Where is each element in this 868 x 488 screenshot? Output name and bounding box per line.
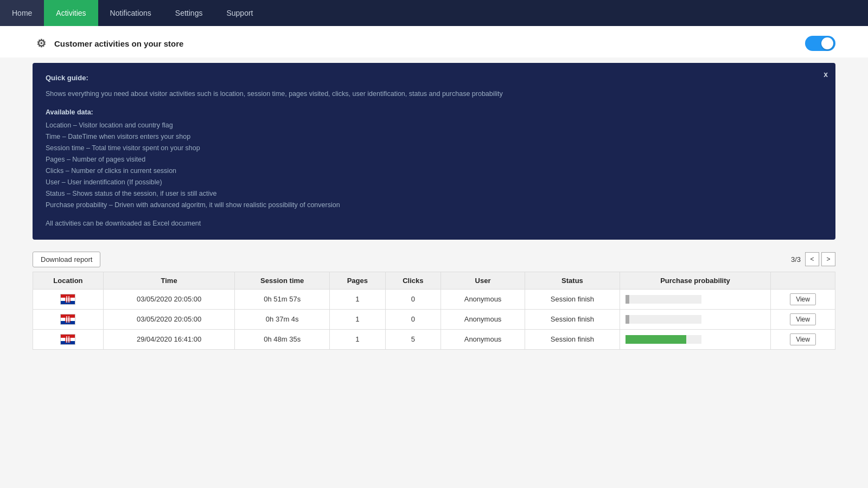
view-button[interactable]: View (790, 293, 816, 305)
table-header: LocationTimeSession timePagesClicksUserS… (33, 272, 835, 289)
quick-guide-box: x Quick guide: Shows everything you need… (33, 63, 835, 240)
nav-item-support[interactable]: Support (214, 0, 265, 26)
time-cell: 29/04/2020 16:41:00 (103, 329, 234, 349)
clicks-cell: 0 (385, 309, 441, 329)
guide-title: Quick guide: (46, 73, 822, 84)
page-title-group: ⚙ Customer activities on your store (33, 35, 183, 52)
download-report-button[interactable]: Download report (33, 252, 100, 267)
nav-item-settings[interactable]: Settings (163, 0, 215, 26)
location-cell (33, 289, 104, 309)
table-toolbar: Download report 3/3 < > (0, 245, 868, 272)
nav-item-activities[interactable]: Activities (44, 0, 98, 26)
next-page-button[interactable]: > (821, 252, 835, 266)
session-time-cell: 0h 51m 57s (235, 289, 330, 309)
view-cell: View (771, 329, 835, 349)
status-cell: Session finish (525, 289, 620, 309)
location-cell (33, 309, 104, 329)
status-cell: Session finish (525, 309, 620, 329)
user-cell: Anonymous (441, 289, 525, 309)
guide-list-item: Time – DateTime when visitors enters you… (46, 131, 822, 142)
guide-description: Shows everything you need about visitor … (46, 88, 822, 99)
status-cell: Session finish (525, 329, 620, 349)
page-info: 3/3 (791, 255, 801, 264)
activities-toggle[interactable] (805, 36, 835, 51)
table-col-header: Pages (330, 272, 385, 289)
prev-page-button[interactable]: < (805, 252, 819, 266)
table-col-header: Clicks (385, 272, 441, 289)
pages-cell: 1 (330, 309, 385, 329)
location-cell (33, 329, 104, 349)
guide-close-button[interactable]: x (824, 68, 828, 80)
view-button[interactable]: View (790, 333, 816, 345)
clicks-cell: 5 (385, 329, 441, 349)
page-header: ⚙ Customer activities on your store (0, 26, 868, 57)
guide-list: Location – Visitor location and country … (46, 120, 822, 210)
pages-cell: 1 (330, 329, 385, 349)
table-col-header: User (441, 272, 525, 289)
guide-list-item: Clicks – Number of clicks in current ses… (46, 165, 822, 176)
view-cell: View (771, 289, 835, 309)
table-row: 29/04/2020 16:41:000h 48m 35s15Anonymous… (33, 329, 835, 349)
user-cell: Anonymous (441, 309, 525, 329)
probability-cell (620, 329, 770, 349)
table-col-header: Session time (235, 272, 330, 289)
table-col-header: Location (33, 272, 104, 289)
table-col-header: Time (103, 272, 234, 289)
table-col-header (771, 272, 835, 289)
page-title: Customer activities on your store (54, 39, 183, 48)
table-col-header: Purchase probability (620, 272, 770, 289)
activities-table-wrap: LocationTimeSession timePagesClicksUserS… (0, 272, 868, 350)
time-cell: 03/05/2020 20:05:00 (103, 289, 234, 309)
time-cell: 03/05/2020 20:05:00 (103, 309, 234, 329)
view-cell: View (771, 309, 835, 329)
nav-item-home[interactable]: Home (0, 0, 44, 26)
guide-list-item: Status – Shows status of the session, if… (46, 188, 822, 199)
nav-item-notifications[interactable]: Notifications (98, 0, 163, 26)
clicks-cell: 0 (385, 289, 441, 309)
pagination: 3/3 < > (791, 252, 835, 266)
toggle-wrap (805, 36, 835, 51)
guide-list-item: User – User indentification (If possible… (46, 177, 822, 188)
table-body: 03/05/2020 20:05:000h 51m 57s10Anonymous… (33, 289, 835, 349)
session-time-cell: 0h 37m 4s (235, 309, 330, 329)
guide-list-item: Purchase probability – Driven with advan… (46, 200, 822, 210)
gear-icon: ⚙ (33, 35, 50, 52)
probability-cell (620, 309, 770, 329)
activities-table: LocationTimeSession timePagesClicksUserS… (33, 272, 835, 350)
guide-list-item: Pages – Number of pages visited (46, 154, 822, 165)
guide-list-item: Location – Visitor location and country … (46, 120, 822, 131)
table-row: 03/05/2020 20:05:000h 37m 4s10AnonymousS… (33, 309, 835, 329)
table-row: 03/05/2020 20:05:000h 51m 57s10Anonymous… (33, 289, 835, 309)
session-time-cell: 0h 48m 35s (235, 329, 330, 349)
probability-cell (620, 289, 770, 309)
guide-list-item: Session time – Total time visitor spent … (46, 143, 822, 153)
pages-cell: 1 (330, 289, 385, 309)
user-cell: Anonymous (441, 329, 525, 349)
view-button[interactable]: View (790, 313, 816, 325)
main-nav: Home Activities Notifications Settings S… (0, 0, 868, 26)
guide-available-label: Available data: (46, 107, 822, 118)
guide-footer: All activities can be downloaded as Exce… (46, 218, 822, 229)
table-col-header: Status (525, 272, 620, 289)
